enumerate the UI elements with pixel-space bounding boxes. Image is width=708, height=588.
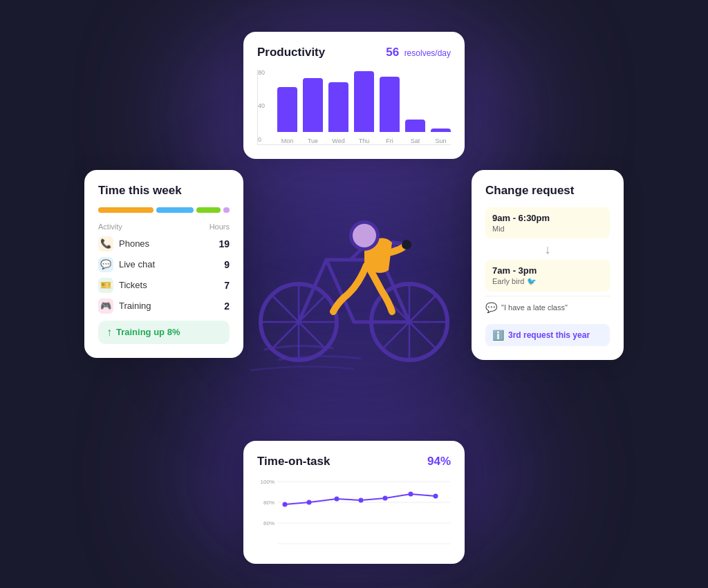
- activity-left: 📞Phones: [98, 236, 149, 252]
- productivity-title: Productivity: [257, 46, 325, 59]
- time-week-title: Time this week: [98, 184, 182, 198]
- productivity-chart: 80 40 0 MonTueWedThuFriSatSun: [257, 69, 451, 145]
- training-badge: ↑ Training up 8%: [98, 321, 230, 344]
- bar-col-thu: Thu: [354, 71, 374, 144]
- activity-hours: 19: [218, 238, 230, 249]
- bar-label-thu: Thu: [359, 137, 370, 144]
- svg-line-30: [392, 243, 406, 245]
- activity-row-tickets: 🎫Tickets7: [98, 278, 230, 293]
- svg-marker-24: [326, 260, 409, 322]
- time-task-header: Time-on-task 94%: [257, 455, 451, 468]
- svg-line-18: [272, 295, 326, 349]
- change-comment: 💬 "I have a late class": [485, 296, 610, 319]
- svg-text:80%: 80%: [263, 500, 274, 506]
- info-icon: ℹ️: [492, 330, 504, 341]
- new-time: 7am - 3pm: [492, 265, 603, 276]
- progress-segment-3: [223, 207, 230, 213]
- activity-hours: 7: [224, 280, 230, 291]
- y-label-40: 40: [258, 102, 265, 109]
- bar-col-sun: Sun: [431, 129, 451, 144]
- productivity-card: Productivity 56 resolves/day 80 40 0 Mon…: [243, 32, 465, 159]
- svg-line-27: [351, 246, 364, 260]
- time-task-title: Time-on-task: [257, 455, 330, 468]
- svg-point-32: [353, 224, 376, 247]
- activity-row-phones: 📞Phones19: [98, 236, 230, 252]
- dot-thu: [359, 497, 364, 502]
- svg-text:100%: 100%: [261, 479, 274, 485]
- col-hours: Hours: [209, 222, 230, 231]
- dot-mon: [283, 502, 288, 506]
- progress-segment-1: [156, 207, 193, 213]
- glow-mid: [216, 184, 492, 391]
- svg-line-19: [272, 295, 326, 349]
- line-chart-svg: 100% 80% 60% Mon Tue Wed: [257, 478, 451, 547]
- activity-row-training: 🎮Training2: [98, 298, 230, 314]
- dot-tue: [307, 500, 312, 504]
- activity-left: 🎮Training: [98, 298, 151, 314]
- bar-chart-area: 80 40 0 MonTueWedThuFriSatSun: [257, 69, 451, 145]
- dot-sun: [434, 493, 438, 498]
- bar-col-wed: Wed: [328, 82, 348, 144]
- time-week-progress: [98, 207, 230, 213]
- svg-point-33: [402, 240, 411, 249]
- dot-sat: [409, 491, 413, 496]
- original-time: 9am - 6:30pm: [492, 213, 603, 223]
- time-task-chart: 100% 80% 60% Mon Tue Wed: [257, 478, 451, 550]
- bar-col-fri: Fri: [380, 77, 400, 144]
- y-label-80: 80: [258, 69, 265, 76]
- comment-icon: 💬: [485, 302, 497, 313]
- svg-point-31: [349, 220, 380, 251]
- bar-col-sat: Sat: [405, 120, 425, 144]
- activity-icon-phones: 📞: [98, 236, 113, 252]
- activity-name: Tickets: [119, 280, 147, 290]
- svg-point-15: [371, 284, 447, 360]
- activity-name: Phones: [119, 238, 149, 249]
- bar-label-sun: Sun: [435, 137, 446, 144]
- change-arrow-icon: ↓: [485, 243, 610, 257]
- productivity-metric: 56 resolves/day: [386, 46, 451, 59]
- activity-header: Activity Hours: [98, 222, 230, 231]
- productivity-header: Productivity 56 resolves/day: [257, 46, 451, 59]
- bar-label-sat: Sat: [411, 137, 420, 144]
- bar-label-tue: Tue: [308, 137, 318, 144]
- bar-y-labels: 80 40 0: [258, 69, 265, 144]
- svg-line-23: [382, 295, 436, 349]
- dot-wed: [335, 496, 339, 501]
- time-week-card: Time this week Activity Hours 📞Phones19💬…: [84, 170, 243, 358]
- dashboard-container: Productivity 56 resolves/day 80 40 0 Mon…: [43, 11, 665, 578]
- bar-mon: [277, 87, 297, 132]
- activity-icon-tickets: 🎫: [98, 278, 113, 293]
- change-request-card: Change request 9am - 6:30pm Mid ↓ 7am - …: [472, 170, 624, 360]
- progress-segment-2: [196, 207, 221, 213]
- bar-wed: [328, 82, 348, 132]
- bar-label-wed: Wed: [332, 137, 344, 144]
- progress-segment-0: [98, 207, 153, 213]
- bar-label-fri: Fri: [386, 137, 393, 144]
- original-label: Mid: [492, 225, 603, 233]
- activity-left: 💬Live chat: [98, 257, 155, 272]
- change-info-badge: ℹ️ 3rd request this year: [485, 324, 610, 346]
- bar-sun: [431, 129, 451, 132]
- activity-icon-live-chat: 💬: [98, 257, 113, 272]
- cyclist-illustration: [243, 163, 465, 384]
- bar-label-mon: Mon: [281, 137, 294, 144]
- svg-line-29: [382, 246, 395, 260]
- svg-line-25: [299, 260, 326, 322]
- dot-fri: [383, 495, 388, 500]
- productivity-value: 56: [386, 46, 399, 59]
- bar-sat: [405, 120, 425, 132]
- bar-fri: [380, 77, 400, 132]
- col-activity: Activity: [98, 222, 122, 231]
- comment-text: "I have a late class": [501, 303, 568, 312]
- bar-thu: [354, 71, 374, 132]
- bar-col-mon: Mon: [277, 87, 297, 144]
- time-task-metric: 94%: [427, 455, 451, 468]
- new-slot: 7am - 3pm Early bird 🐦: [485, 260, 610, 292]
- activity-left: 🎫Tickets: [98, 278, 147, 293]
- activity-name: Training: [119, 301, 151, 311]
- svg-point-14: [261, 284, 337, 360]
- svg-text:60%: 60%: [263, 520, 274, 527]
- new-label: Early bird 🐦: [492, 277, 603, 286]
- activity-hours: 2: [224, 301, 230, 312]
- activity-row-live-chat: 💬Live chat9: [98, 257, 230, 272]
